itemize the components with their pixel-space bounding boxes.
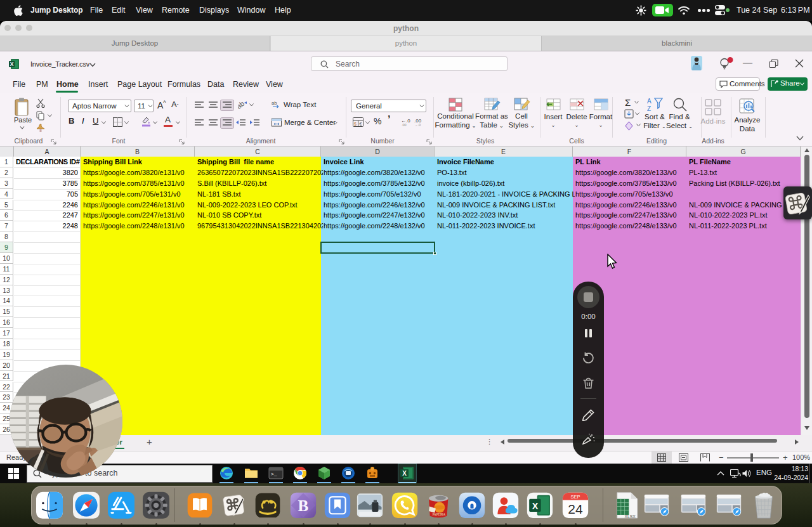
svg-text:X: X — [402, 470, 407, 477]
svg-text:ab: ab — [238, 101, 246, 110]
svg-text:A: A — [647, 98, 652, 105]
svg-text:24: 24 — [568, 502, 583, 516]
svg-text:€: € — [360, 122, 362, 126]
svg-text:→.0: →.0 — [414, 123, 421, 127]
svg-text:XLSX: XLSX — [624, 514, 636, 519]
svg-text:ab: ab — [272, 100, 277, 106]
svg-text:SEP: SEP — [570, 494, 580, 500]
svg-text:PAPEIRA: PAPEIRA — [433, 513, 446, 516]
svg-text:B: B — [298, 497, 309, 514]
svg-text:.00: .00 — [402, 123, 407, 127]
svg-text:$: $ — [354, 122, 357, 126]
svg-text:X: X — [10, 61, 14, 67]
svg-text:Z: Z — [647, 105, 651, 112]
svg-text:X: X — [532, 501, 539, 511]
svg-text:>_: >_ — [271, 471, 277, 477]
